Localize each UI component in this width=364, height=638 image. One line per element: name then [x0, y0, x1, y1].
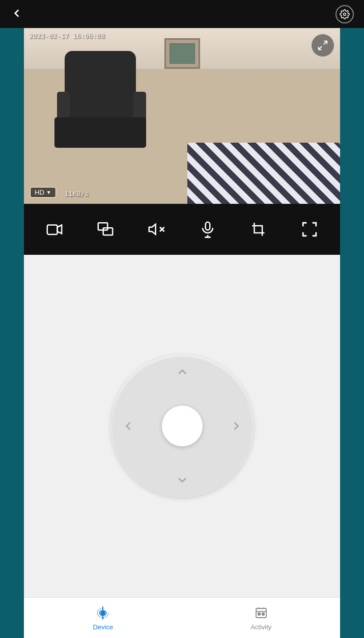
svg-line-2: [319, 46, 322, 49]
fullscreen-button[interactable]: [297, 217, 322, 242]
device-icon: [95, 605, 111, 621]
quality-caret: ▼: [46, 190, 51, 195]
svg-rect-18: [262, 613, 264, 615]
nav-item-device[interactable]: Device: [24, 605, 182, 631]
main-content: [24, 255, 340, 597]
svg-rect-17: [258, 613, 260, 615]
top-bar: [0, 0, 364, 28]
controls-bar: [24, 204, 340, 255]
video-timestamp: 2023-02-17 16:06:08: [29, 32, 105, 40]
crop-button[interactable]: [246, 217, 271, 242]
svg-line-1: [324, 41, 327, 44]
bottom-nav: Device Activity: [24, 597, 340, 638]
chair: [54, 51, 156, 173]
video-feed: 2023-02-17 16:06:08 HD ▼ 11KB/s: [24, 28, 340, 204]
activity-nav-label: Activity: [250, 623, 271, 631]
svg-rect-13: [256, 608, 266, 618]
dpad-up-button[interactable]: [175, 365, 189, 379]
wall-frame: [164, 38, 200, 69]
bedding: [187, 143, 340, 204]
screen-share-button[interactable]: [93, 217, 118, 242]
quality-label: HD: [35, 189, 44, 196]
wall-frame-inner: [170, 43, 195, 64]
dpad-right-button[interactable]: [229, 419, 243, 433]
chair-seat: [54, 117, 146, 148]
svg-point-0: [344, 13, 346, 15]
settings-button[interactable]: [335, 5, 354, 23]
svg-marker-4: [58, 225, 62, 234]
dpad-circle[interactable]: [111, 355, 254, 497]
back-button[interactable]: [10, 7, 23, 22]
side-right-bg: [340, 0, 364, 638]
speed-indicator: 11KB/s: [65, 190, 89, 198]
device-nav-label: Device: [93, 623, 113, 631]
expand-button[interactable]: [312, 34, 334, 57]
microphone-button[interactable]: [195, 217, 220, 242]
dpad-down-button[interactable]: [175, 473, 189, 487]
room-scene: [24, 28, 340, 204]
video-record-button[interactable]: [42, 217, 67, 242]
nav-item-activity[interactable]: Activity: [182, 605, 341, 631]
svg-rect-3: [47, 225, 58, 234]
svg-rect-9: [205, 222, 210, 230]
side-left-bg: [0, 0, 24, 638]
quality-selector[interactable]: HD ▼: [30, 187, 56, 198]
dpad-center-button[interactable]: [162, 406, 203, 446]
activity-icon: [253, 605, 269, 621]
mute-button[interactable]: [144, 217, 169, 242]
dpad-left-button[interactable]: [121, 419, 135, 433]
